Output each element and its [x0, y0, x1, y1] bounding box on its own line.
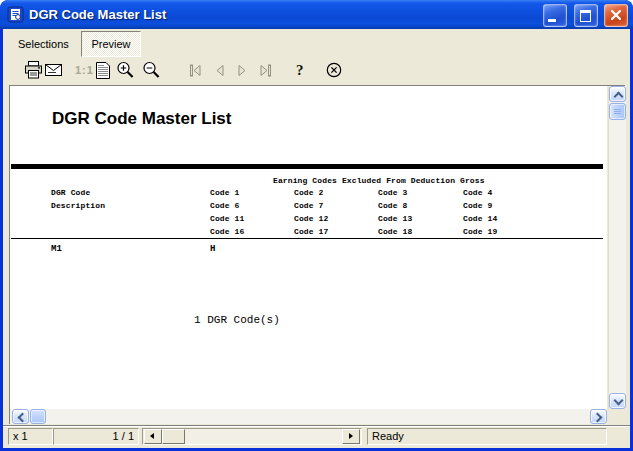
- minimize-button[interactable]: [543, 4, 567, 27]
- horizontal-scroll-thumb[interactable]: [30, 409, 46, 424]
- tab-selections[interactable]: Selections: [18, 37, 69, 51]
- help-button[interactable]: ?: [296, 58, 304, 82]
- printer-icon: [23, 61, 43, 79]
- zoom-out-icon: [142, 61, 161, 79]
- minimize-icon: [548, 19, 556, 22]
- first-page-button[interactable]: [189, 58, 202, 82]
- close-preview-button[interactable]: [326, 58, 342, 82]
- last-page-button[interactable]: [259, 58, 272, 82]
- first-page-icon: [189, 64, 202, 77]
- envelope-icon: [45, 64, 62, 76]
- title-bar[interactable]: DGR Code Master List: [0, 0, 633, 29]
- vertical-scroll-thumb[interactable]: [609, 103, 626, 120]
- header-cell: Code 4: [463, 188, 493, 197]
- header-cell: Code 18: [378, 227, 412, 236]
- print-button[interactable]: [23, 58, 43, 82]
- scroll-left-button[interactable]: [12, 409, 29, 424]
- statusbar-divider: [3, 425, 630, 427]
- chevron-left-icon: [18, 413, 28, 423]
- zoom-in-button[interactable]: [116, 58, 135, 82]
- close-circle-icon: [326, 62, 342, 78]
- header-cell: Code 17: [294, 227, 328, 236]
- header-cell: Description: [51, 201, 105, 210]
- zoom-factor-panel: x 1: [8, 428, 53, 445]
- last-page-icon: [259, 64, 272, 77]
- header-cell: Code 13: [378, 214, 412, 223]
- triangle-left-icon: [150, 433, 154, 439]
- maximize-icon: [580, 10, 591, 22]
- maximize-button[interactable]: [574, 4, 598, 27]
- app-window: DGR Code Master List Selections Preview: [0, 0, 633, 451]
- horizontal-scrollbar[interactable]: [10, 409, 607, 424]
- record-code1: H: [210, 244, 215, 254]
- actual-size-button[interactable]: 1:1: [75, 58, 94, 82]
- header-cell: Code 8: [378, 201, 408, 210]
- report-page: DGR Code Master List Earning Codes Exclu…: [10, 86, 607, 409]
- header-cell: Code 1: [210, 188, 240, 197]
- caption-buttons: [541, 4, 628, 26]
- fit-page-button[interactable]: [96, 58, 110, 82]
- next-page-icon: [237, 64, 248, 77]
- vertical-scrollbar[interactable]: [608, 86, 626, 409]
- page-slider-thumb[interactable]: [162, 429, 185, 444]
- client-area: Selections Preview 1:1: [3, 29, 630, 448]
- preview-panel: DGR Code Master List Earning Codes Exclu…: [9, 85, 625, 424]
- header-cell: Code 3: [378, 188, 408, 197]
- close-button[interactable]: [604, 4, 628, 27]
- header-cell: Code 16: [210, 227, 244, 236]
- header-cell: Code 7: [294, 201, 324, 210]
- header-cell: DGR Code: [51, 188, 90, 197]
- page-indicator-panel: 1 / 1: [53, 428, 139, 445]
- zoom-in-icon: [116, 61, 135, 79]
- report-title: DGR Code Master List: [52, 109, 231, 129]
- chevron-right-icon: [593, 413, 603, 423]
- page-slider-panel[interactable]: [142, 428, 362, 445]
- email-button[interactable]: [45, 58, 62, 82]
- chevron-up-icon: [614, 92, 624, 102]
- header-cell: Code 19: [463, 227, 497, 236]
- close-icon: [608, 7, 624, 27]
- scroll-up-button[interactable]: [609, 86, 626, 102]
- prev-page-button[interactable]: [214, 58, 225, 82]
- record-dgr-code: M1: [51, 244, 62, 254]
- header-cell: Code 9: [463, 201, 493, 210]
- header-cell: Code 14: [463, 214, 497, 223]
- next-page-button[interactable]: [237, 58, 248, 82]
- header-cell: Code 11: [210, 214, 244, 223]
- zoom-out-button[interactable]: [142, 58, 161, 82]
- header-cell: Code 6: [210, 201, 240, 210]
- scroll-down-button[interactable]: [609, 393, 626, 409]
- preview-toolbar: 1:1: [3, 57, 630, 85]
- window-title: DGR Code Master List: [29, 6, 166, 23]
- chevron-down-icon: [614, 396, 624, 406]
- scroll-right-button[interactable]: [590, 409, 607, 424]
- report-rule-thick: [11, 164, 603, 169]
- tab-preview[interactable]: Preview: [81, 31, 141, 57]
- page-icon: [96, 62, 110, 79]
- thumb-grip: [614, 109, 621, 115]
- status-message-panel: Ready: [367, 428, 607, 445]
- status-bar: x 1 1 / 1 Ready: [3, 428, 630, 445]
- header-cell: Code 12: [294, 214, 328, 223]
- report-rule-thin: [11, 238, 603, 239]
- window-icon[interactable]: [7, 6, 24, 23]
- report-summary: 1 DGR Code(s): [194, 314, 280, 326]
- page-slider-right-button[interactable]: [342, 429, 360, 444]
- prev-page-icon: [214, 64, 225, 77]
- header-cell: Code 2: [294, 188, 324, 197]
- scrollbar-corner: [608, 409, 625, 424]
- page-slider-left-button[interactable]: [144, 429, 162, 444]
- report-group-header: Earning Codes Excluded From Deduction Gr…: [273, 176, 485, 185]
- triangle-right-icon: [349, 433, 353, 439]
